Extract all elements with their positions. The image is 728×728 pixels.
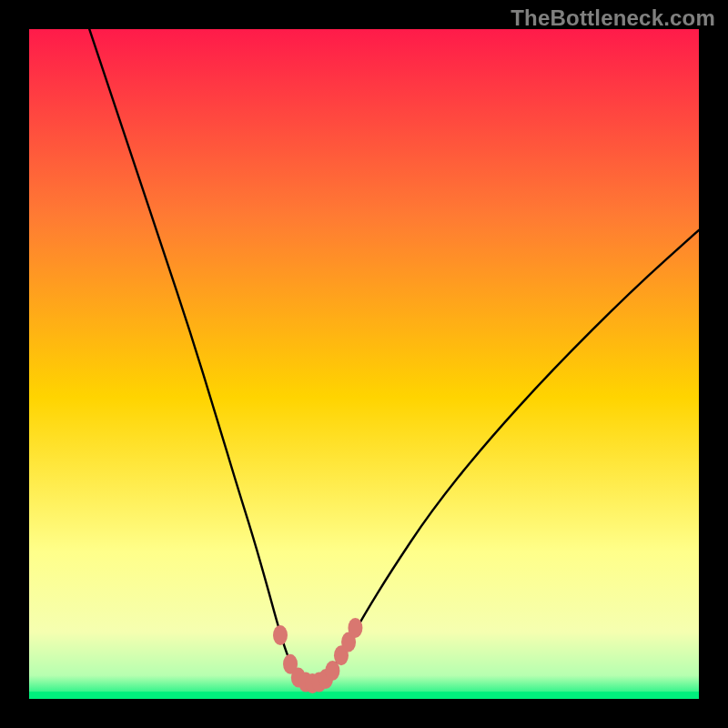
marker-dot — [348, 618, 362, 638]
bottom-band — [29, 692, 699, 699]
gradient-background — [29, 29, 699, 699]
chart-frame: TheBottleneck.com — [0, 0, 728, 728]
chart-svg — [29, 29, 699, 699]
watermark-text: TheBottleneck.com — [511, 5, 715, 31]
plot-area — [29, 29, 699, 699]
marker-dot — [273, 625, 288, 645]
